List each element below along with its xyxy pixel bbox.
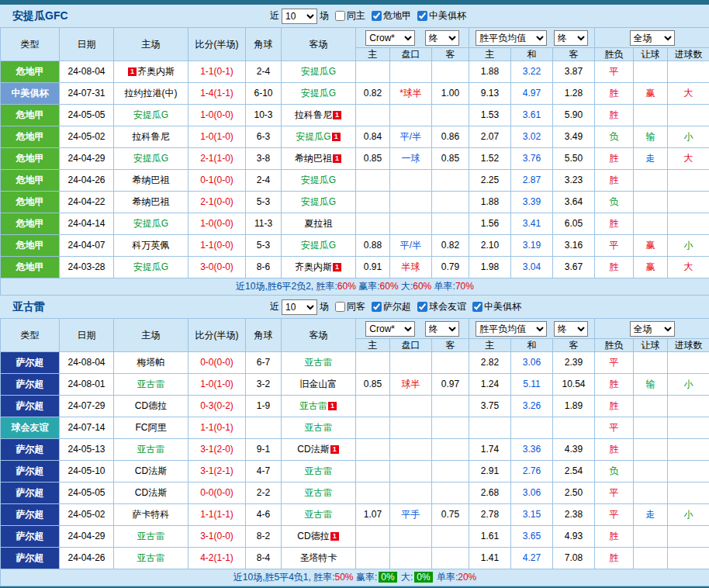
score-cell: 2-1(1-0) [188, 148, 246, 170]
odds_final-select[interactable]: 终 [425, 30, 459, 46]
result-cell: 负 [595, 192, 634, 213]
home-team-name[interactable]: CD法斯 [135, 487, 167, 498]
odds-home-cell [356, 483, 390, 504]
away-team-cell: 安提瓜G [282, 170, 356, 192]
handicap-result-cell [634, 61, 668, 83]
home-team-name[interactable]: 安提瓜G [133, 109, 168, 120]
home-team-name[interactable]: 亚古雷 [137, 531, 165, 541]
home-team-name[interactable]: 安提瓜G [133, 153, 168, 164]
home-team-name[interactable]: 梅塔帕 [137, 357, 165, 368]
home-team-name[interactable]: FC阿里 [136, 422, 167, 433]
recent-count-select[interactable]: 10 [282, 9, 317, 24]
league-filter[interactable]: 中美俱杯 [469, 300, 521, 313]
home-team-name[interactable]: 齐奥内斯 [137, 66, 175, 77]
away-team-name[interactable]: CD法斯 [297, 444, 329, 455]
league-filter[interactable]: 危地甲 [368, 9, 411, 22]
handicap-line-cell [390, 483, 432, 504]
home-team-name[interactable]: 希纳巴祖 [133, 175, 170, 185]
away-team-name[interactable]: CD德拉 [297, 531, 329, 541]
scope-select[interactable]: 全场 [630, 321, 675, 337]
away-team-name[interactable]: 亚古雷 [305, 465, 333, 476]
home-team-name[interactable]: 亚古雷 [137, 444, 165, 455]
away-team-name[interactable]: 圣塔特卡 [300, 552, 337, 563]
result-cell: 胜 [595, 526, 634, 548]
avg-select[interactable]: 胜平负均值 [476, 321, 547, 337]
home-team-name[interactable]: 亚古雷 [137, 552, 165, 563]
corner-cell: 2-4 [246, 170, 282, 192]
away-team-name[interactable]: 齐奥内斯 [295, 261, 332, 272]
league-filter[interactable]: 中美俱杯 [413, 9, 466, 22]
odds_final-select[interactable]: 终 [425, 321, 459, 337]
home-team-name[interactable]: 拉科鲁尼 [133, 131, 170, 142]
away-team-cell: 亚古雷 [282, 461, 356, 483]
away-team-name[interactable]: 安提瓜G [296, 131, 330, 142]
home-team-name[interactable]: 安提瓜G [133, 218, 168, 229]
away-team-name[interactable]: 夏拉祖 [305, 218, 333, 229]
scope-select[interactable]: 全场 [630, 30, 675, 46]
match-history-page: 安提瓜GFC近10场同主危地甲中美俱杯类型日期主场比分(半场)角球客场Crow*… [0, 5, 709, 586]
avg-home-cell: 2.07 [469, 126, 511, 148]
avg-away-cell: 7.08 [553, 548, 595, 569]
league-filter[interactable]: 球会友谊 [413, 300, 466, 313]
handicap-line-cell [390, 213, 432, 235]
avg-away-cell: 2.54 [553, 461, 595, 483]
avg-home-cell: 2.78 [469, 504, 511, 526]
goals-cell [668, 548, 709, 569]
away-team-name[interactable]: 亚古雷 [305, 509, 333, 520]
league-filter[interactable]: 萨尔超 [368, 300, 411, 313]
home-team-name[interactable]: 安提瓜G [133, 261, 168, 272]
league-filter-checkbox[interactable] [472, 302, 482, 312]
column-header-avg_away: 客 [553, 48, 595, 61]
avg-home-cell: 1.41 [469, 548, 511, 569]
home-team-name[interactable]: CD德拉 [135, 400, 167, 411]
away-team-name[interactable]: 安提瓜G [301, 66, 336, 77]
handicap-result-cell: 赢 [634, 83, 668, 105]
away-team-name[interactable]: 亚古雷 [305, 357, 333, 368]
away-team-name[interactable]: 安提瓜G [301, 240, 336, 251]
league-filter[interactable]: 同主 [331, 9, 365, 22]
league-filter-checkbox[interactable] [335, 11, 345, 21]
avg_final-select[interactable]: 终 [554, 321, 588, 337]
league-filter-checkbox[interactable] [417, 302, 427, 312]
recent-count-select[interactable]: 10 [282, 299, 317, 315]
away-team-name[interactable]: 旧金山富 [300, 379, 337, 389]
avg-select[interactable]: 胜平负均值 [476, 30, 547, 46]
column-header-odds_away: 客 [432, 48, 469, 61]
away-team-name[interactable]: 亚古雷 [305, 422, 333, 433]
away-team-name[interactable]: 希纳巴祖 [295, 153, 332, 164]
stat-segment: 赢率: [356, 281, 380, 292]
home-team-name[interactable]: 萨卡特科 [133, 509, 170, 520]
column-header-avg_home: 主 [469, 339, 511, 352]
league-cell: 萨尔超 [1, 483, 60, 504]
away-team-cell: CD德拉1 [282, 526, 356, 548]
avg-draw-cell: 5.11 [511, 374, 553, 396]
away-team-name[interactable]: 亚古雷 [305, 487, 333, 498]
away-team-name[interactable]: 安提瓜G [301, 88, 336, 99]
odds-home-cell [356, 461, 390, 483]
home-team-name[interactable]: 拉约拉港(中) [125, 88, 178, 99]
away-team-name[interactable]: 拉科鲁尼 [295, 109, 332, 120]
stats-footer: 近10场,胜6平2负2, 胜率:60% 赢率:60% 大:60% 单率:70% [1, 278, 709, 296]
avg_final-select[interactable]: 终 [554, 30, 588, 46]
league-filter-checkbox[interactable] [335, 302, 345, 312]
league-filter[interactable]: 同客 [331, 300, 365, 313]
home-team-name[interactable]: 亚古雷 [137, 379, 165, 389]
home-team-name[interactable]: CD法斯 [135, 465, 167, 476]
home-team-name[interactable]: 希纳巴祖 [133, 196, 170, 207]
goals-cell [668, 192, 709, 213]
away-team-name[interactable]: 安提瓜G [301, 175, 336, 185]
corner-cell: 6-3 [246, 126, 282, 148]
odds-away-cell [432, 483, 469, 504]
handicap-result-cell: 输 [634, 126, 668, 148]
away-team-name[interactable]: 亚古雷 [299, 400, 327, 411]
home-team-cell: 安提瓜G [114, 213, 188, 235]
league-filter-checkbox[interactable] [417, 11, 427, 21]
bookmaker-select[interactable]: Crow* [365, 321, 415, 337]
league-filter-checkbox[interactable] [372, 11, 382, 21]
stat-segment: 大: [399, 572, 413, 583]
away-team-name[interactable]: 安提瓜G [301, 196, 336, 207]
result-cell: 胜 [595, 439, 634, 461]
bookmaker-select[interactable]: Crow* [365, 30, 415, 46]
league-filter-checkbox[interactable] [372, 302, 382, 312]
home-team-name[interactable]: 科万英佩 [133, 240, 170, 251]
